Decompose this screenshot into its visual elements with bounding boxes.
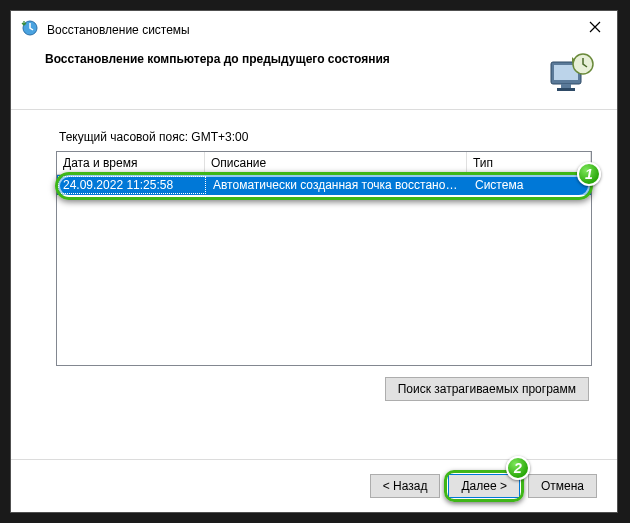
scan-affected-programs-button[interactable]: Поиск затрагиваемых программ	[385, 377, 589, 401]
wizard-heading: Восстановление компьютера до предыдущего…	[45, 52, 527, 66]
timezone-label: Текущий часовой пояс: GMT+3:00	[59, 130, 589, 144]
cell-type: Система	[469, 175, 591, 195]
wizard-header: Восстановление компьютера до предыдущего…	[11, 46, 617, 109]
annotation-badge-2: 2	[506, 456, 530, 480]
next-button[interactable]: Далее >	[448, 474, 520, 498]
cancel-button[interactable]: Отмена	[528, 474, 597, 498]
restore-points-list[interactable]: Дата и время Описание Тип 24.09.2022 11:…	[56, 151, 592, 366]
titlebar: Восстановление системы	[11, 11, 617, 46]
system-restore-window: Восстановление системы Восстановление ко…	[10, 10, 618, 513]
restore-hero-icon	[547, 52, 595, 99]
window-title: Восстановление системы	[47, 23, 569, 37]
col-description[interactable]: Описание	[205, 152, 467, 174]
back-button[interactable]: < Назад	[370, 474, 441, 498]
affected-programs-row: Поиск затрагиваемых программ	[59, 377, 589, 401]
wizard-footer: < Назад Далее > 2 Отмена	[11, 459, 617, 512]
annotation-badge-1: 1	[577, 162, 601, 186]
svg-rect-4	[557, 88, 575, 91]
cell-datetime: 24.09.2022 11:25:58	[58, 176, 206, 194]
restore-points-container: Дата и время Описание Тип 24.09.2022 11:…	[59, 154, 589, 363]
app-icon	[21, 19, 39, 40]
wizard-body: Текущий часовой пояс: GMT+3:00 Дата и вр…	[11, 109, 617, 459]
col-datetime[interactable]: Дата и время	[57, 152, 205, 174]
cell-description: Автоматически созданная точка восстановл…	[207, 175, 469, 195]
svg-rect-3	[561, 84, 571, 88]
column-headers[interactable]: Дата и время Описание Тип	[57, 152, 591, 175]
restore-point-row[interactable]: 24.09.2022 11:25:58 Автоматически создан…	[57, 175, 591, 195]
col-type[interactable]: Тип	[467, 152, 591, 174]
close-button[interactable]	[577, 15, 613, 39]
